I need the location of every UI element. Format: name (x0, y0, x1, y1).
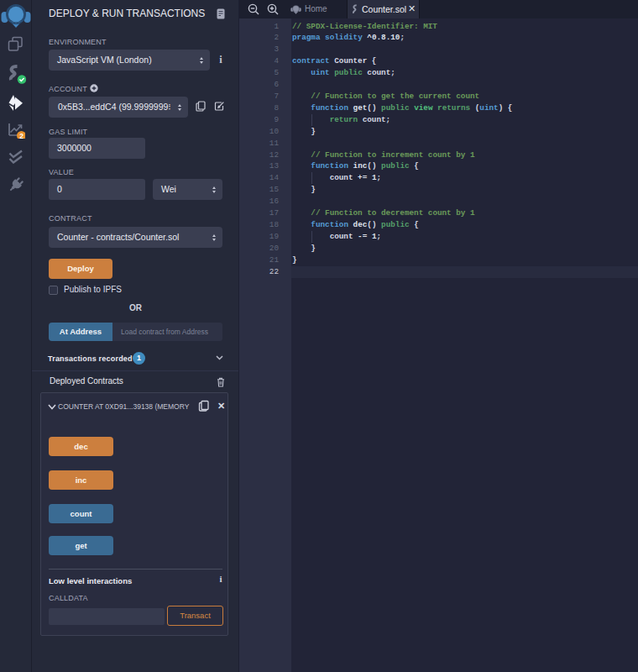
svg-text:2: 2 (19, 132, 24, 139)
